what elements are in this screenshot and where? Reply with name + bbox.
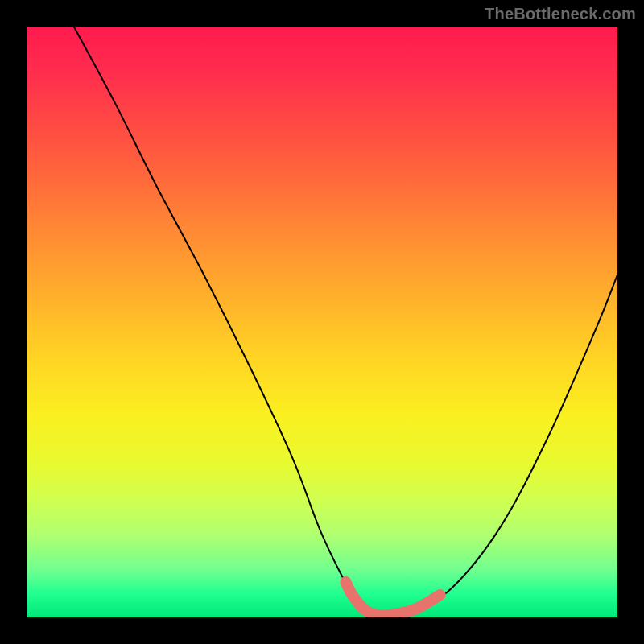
bottleneck-curve <box>74 27 617 615</box>
highlight-marker <box>345 582 440 615</box>
watermark: TheBottleneck.com <box>485 5 636 23</box>
chart-container: TheBottleneck.com <box>0 0 644 644</box>
plot-area <box>27 27 617 617</box>
curve-svg <box>27 27 617 617</box>
